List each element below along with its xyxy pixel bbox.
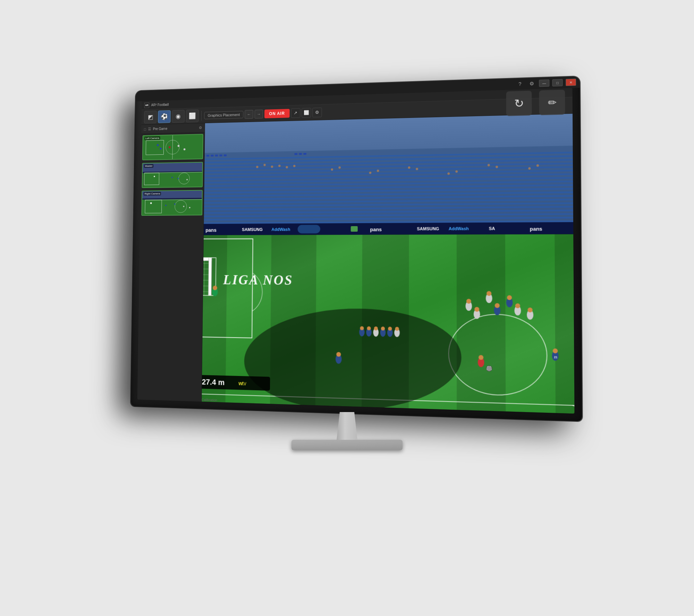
svg-text:27.4 m: 27.4 m [202, 378, 225, 387]
svg-rect-41 [215, 155, 218, 157]
toolbar-settings-icon[interactable]: ⚙ [312, 108, 322, 117]
svg-text:21: 21 [554, 356, 558, 359]
main-video-svg: pans SAMSUNG AddWash pans SAMSUNG AddWas… [202, 114, 574, 414]
tab-checkerboard[interactable]: ◩ [144, 111, 157, 123]
camera-feed-master[interactable]: Master [142, 162, 203, 188]
refresh-button[interactable]: ↻ [506, 91, 532, 116]
eyedropper-button[interactable]: ✏ [539, 89, 565, 115]
svg-rect-46 [303, 153, 306, 155]
svg-rect-104 [208, 258, 212, 296]
camera-feed-right-label: Right Camera [144, 192, 161, 196]
svg-rect-44 [294, 153, 297, 155]
monitor-stand-base [291, 440, 403, 450]
svg-text:AddWash: AddWash [271, 227, 290, 232]
tab-field[interactable]: ⬜ [186, 109, 198, 122]
svg-rect-42 [219, 154, 222, 156]
sidebar: □ ☰ Pre Game ⚙ [137, 123, 205, 402]
svg-text:SA: SA [489, 226, 495, 231]
camera-feed-master-label: Master [144, 164, 154, 168]
camera-feed-left[interactable]: Left Camera [142, 134, 203, 160]
on-air-button[interactable]: ON AIR [264, 109, 289, 118]
settings-icon-btn[interactable]: ⚙ [527, 79, 536, 88]
svg-rect-39 [206, 155, 209, 157]
svg-text:tv: tv [242, 380, 246, 386]
svg-rect-43 [224, 154, 227, 156]
svg-text:pans: pans [370, 226, 382, 232]
toolbar-sep-1 [201, 111, 202, 121]
monitor-wrapper: ? ⚙ — □ ✕ ↻ [104, 83, 590, 533]
svg-rect-40 [211, 155, 213, 157]
minimize-button[interactable]: — [539, 79, 549, 87]
svg-rect-101 [555, 234, 574, 413]
help-icon-btn[interactable]: ? [516, 79, 524, 88]
large-icon-area: ↻ ✏ [506, 89, 565, 116]
tab-players[interactable]: ⚽ [158, 110, 171, 123]
svg-rect-45 [299, 153, 302, 155]
svg-text:SAMSUNG: SAMSUNG [417, 226, 439, 232]
nav-back-button[interactable]: ← [245, 110, 253, 119]
monitor-bezel: ? ⚙ — □ ✕ ↻ [131, 76, 582, 421]
camera-feed-left-label: Left Camera [144, 136, 160, 140]
monitor-stand-neck [337, 412, 357, 440]
app-main: □ ☰ Pre Game ⚙ [137, 114, 575, 414]
svg-text:SAMSUNG: SAMSUNG [242, 227, 263, 232]
svg-text:AddWash: AddWash [449, 226, 469, 231]
svg-rect-95 [351, 226, 358, 232]
app-logo: AR [144, 103, 150, 108]
sidebar-folder-icon[interactable]: □ [144, 127, 146, 131]
maximize-button[interactable]: □ [552, 79, 563, 86]
monitor-screen: AR AR² Football ◩ ⚽ ◉ ⬜ [137, 88, 575, 414]
svg-line-115 [202, 291, 208, 292]
svg-text:Camera Calibration: Camera Calibration [202, 397, 217, 402]
app-title-text: AR² Football [151, 103, 169, 107]
tab-dial[interactable]: ◉ [172, 110, 185, 122]
camera-feed-master-img: Master [142, 163, 202, 188]
sidebar-settings-icon[interactable]: ⚙ [199, 126, 202, 130]
sidebar-list-icon[interactable]: ☰ [148, 127, 151, 131]
toolbar-camera-icon[interactable]: ⬜ [302, 108, 311, 118]
camera-feed-right-img: Right Camera [142, 191, 202, 215]
nav-forward-button[interactable]: → [255, 110, 263, 119]
title-bar-icons: ? ⚙ — □ ✕ [516, 78, 576, 88]
camera-feed-left-img: Left Camera [143, 135, 203, 160]
main-video: pans SAMSUNG AddWash pans SAMSUNG AddWas… [202, 114, 574, 414]
camera-feed-right[interactable]: Right Camera [141, 190, 203, 216]
svg-rect-89 [298, 225, 320, 233]
svg-rect-23 [142, 199, 202, 215]
graphics-placement-button[interactable]: Graphics Placement [204, 111, 243, 119]
toolbar-arrow-icon[interactable]: ↗ [291, 108, 300, 118]
close-button[interactable]: ✕ [566, 79, 576, 86]
svg-text:pans: pans [530, 226, 542, 232]
svg-text:LIGA NOS: LIGA NOS [223, 272, 293, 288]
sidebar-header: □ ☰ Pre Game ⚙ [141, 123, 205, 134]
svg-text:pans: pans [205, 227, 217, 233]
svg-rect-100 [457, 234, 506, 411]
scene: ? ⚙ — □ ✕ ↻ [0, 0, 694, 616]
